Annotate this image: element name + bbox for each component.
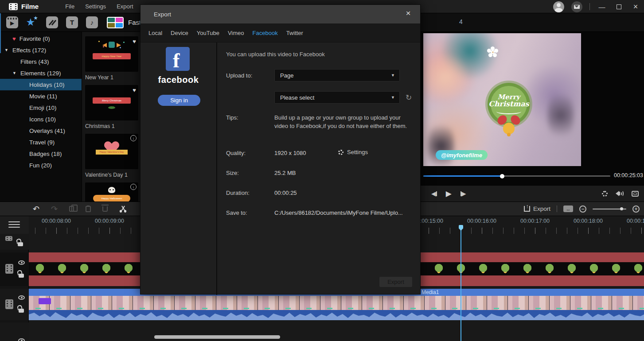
split-scissors-icon[interactable] <box>119 205 127 213</box>
unlock-icon[interactable] <box>19 274 24 278</box>
refresh-icon[interactable]: ↻ <box>406 93 412 102</box>
halloween-thumbnail[interactable]: Happy Halloween ↓ <box>85 182 138 202</box>
window-edge-highlight <box>0 13 1 53</box>
menu-settings[interactable]: Settings <box>85 3 106 10</box>
account-avatar-icon[interactable] <box>553 1 564 12</box>
paste-icon[interactable] <box>86 206 91 212</box>
export-quick-button[interactable]: Export <box>524 205 550 212</box>
christmas-thumbnail[interactable]: Merry Christmas ♥ <box>85 85 138 120</box>
slider-knob[interactable] <box>620 207 623 210</box>
ruler-timestamp: 00:00:18:00 <box>574 218 603 224</box>
tab-device[interactable]: Device <box>171 30 188 36</box>
media-library-icon[interactable]: ▶ <box>6 16 18 28</box>
tab-vimeo[interactable]: Vimeo <box>228 30 244 36</box>
sidebar-item-overlays[interactable]: Overlays (41) <box>0 125 82 136</box>
visibility-eye-icon[interactable] <box>18 295 25 300</box>
list-item-valentine[interactable]: Happy Valentine's Day ↓ Valentine's Day … <box>85 134 138 178</box>
heart-icon[interactable]: ♥ <box>133 38 136 45</box>
volume-icon[interactable] <box>616 190 624 197</box>
fullscreen-icon[interactable] <box>632 191 639 197</box>
close-icon[interactable]: × <box>403 8 413 18</box>
sidebar-item-holidays[interactable]: Holidays (10) <box>0 79 82 90</box>
track-header-effects[interactable] <box>0 252 29 286</box>
sidebar-item-badges[interactable]: Badges (18) <box>0 148 82 159</box>
seek-thumb[interactable] <box>500 174 504 178</box>
list-item-christmas[interactable]: Merry Christmas ♥ Christmas 1 <box>85 85 138 129</box>
valentine-thumbnail[interactable]: Happy Valentine's Day ↓ <box>85 134 138 169</box>
transitions-icon[interactable] <box>46 16 58 28</box>
quality-settings-button[interactable]: Settings <box>338 149 368 155</box>
chevron-down-icon[interactable]: ▼ <box>12 71 16 75</box>
next-frame-button[interactable]: ▶ <box>461 190 466 197</box>
zoom-out-icon[interactable]: − <box>579 205 586 213</box>
playback-settings-gear-icon[interactable] <box>602 191 608 197</box>
horizontal-scrollbar[interactable] <box>154 335 280 339</box>
sidebar-item-fun[interactable]: Fun (20) <box>0 159 82 171</box>
tab-local[interactable]: Local <box>148 30 162 36</box>
heart-icon[interactable]: ♥ <box>133 87 136 93</box>
menu-file[interactable]: File <box>65 3 74 10</box>
play-button[interactable]: ▶ <box>446 189 452 198</box>
merry-christmas-overlay[interactable]: Merry Christmas <box>488 83 530 125</box>
export-dialog: Export × Local Device YouTube Vimeo Face… <box>140 4 421 294</box>
sidebar-item-effects[interactable]: ▼Effects (172) <box>0 44 82 56</box>
list-item-new-year[interactable]: Happy New Year ♥ New Year 1 <box>85 36 138 81</box>
minimize-button[interactable]: — <box>597 3 607 11</box>
toolbar-divider <box>557 205 557 212</box>
sign-in-button[interactable]: Sign in <box>158 95 200 106</box>
copy-icon[interactable] <box>69 206 74 212</box>
visibility-eye-icon[interactable] <box>18 338 25 341</box>
titlebar-divider <box>589 3 590 10</box>
sidebar-item-filters[interactable]: Filters (43) <box>0 56 82 67</box>
list-item-halloween[interactable]: Happy Halloween ↓ <box>85 182 138 202</box>
download-icon[interactable]: ↓ <box>130 184 137 190</box>
chevron-down-icon[interactable]: ▼ <box>4 48 8 52</box>
ruler-timestamp: 00:00:09:00 <box>95 218 124 224</box>
page-select-dropdown[interactable]: Please select ▼ <box>274 91 400 104</box>
sidebar-item-emoji[interactable]: Emoji (10) <box>0 102 82 113</box>
unlock-icon[interactable] <box>19 309 24 313</box>
track-header-empty[interactable] <box>0 322 29 341</box>
fast-video-template-icon[interactable] <box>107 17 124 28</box>
sidebar-item-icons[interactable]: Icons (10) <box>0 113 82 125</box>
overlay-text: Christmas <box>488 101 529 108</box>
sidebar-item-movie[interactable]: Movie (11) <box>0 90 82 102</box>
export-button[interactable]: Export <box>379 277 412 287</box>
banner-text: Merry Christmas <box>93 97 131 104</box>
feedback-mail-icon[interactable] <box>571 1 582 12</box>
timeline-zoom-slider[interactable] <box>593 209 626 209</box>
tab-facebook[interactable]: Facebook <box>253 30 278 36</box>
dialog-header[interactable]: Export × <box>141 5 420 23</box>
save-to-value: C:/Users/86182/Documents/iMyFone Filme/U… <box>274 209 403 216</box>
audio-tool-icon[interactable]: ♪ <box>86 16 98 28</box>
ruler-timestamp: 00:00:16:00 <box>467 218 496 224</box>
playhead[interactable] <box>461 225 461 341</box>
previous-frame-button[interactable]: ◀ <box>431 190 437 197</box>
new-year-thumbnail[interactable]: Happy New Year ♥ <box>85 36 138 72</box>
menu-export[interactable]: Export <box>117 3 133 10</box>
track-header-mini[interactable] <box>0 234 29 250</box>
unlock-icon[interactable] <box>18 242 23 246</box>
sidebar-item-travel[interactable]: Travel (9) <box>0 136 82 148</box>
close-window-button[interactable]: × <box>631 2 640 12</box>
visibility-eye-icon[interactable] <box>18 260 25 265</box>
track-menu-icon[interactable] <box>8 221 20 228</box>
track-header-video[interactable] <box>0 289 29 320</box>
effects-wand-icon[interactable]: ★★ <box>26 16 38 28</box>
download-icon[interactable]: ↓ <box>130 135 137 141</box>
preview-zone: Merry Christmas @imyfonefilme 00:00:25:0… <box>421 32 644 202</box>
text-tool-icon[interactable]: T <box>66 16 78 28</box>
sidebar-item-favorite[interactable]: ♥Favorite (0) <box>0 33 82 44</box>
fit-timeline-icon[interactable]: ↔ <box>563 205 573 212</box>
tab-youtube[interactable]: YouTube <box>197 30 219 36</box>
redo-icon[interactable]: ↷ <box>51 204 58 213</box>
undo-icon[interactable]: ↶ <box>33 204 39 213</box>
dialog-title: Export <box>154 11 171 18</box>
sidebar-item-elements[interactable]: ▼Elements (129) <box>0 67 82 79</box>
maximize-button[interactable] <box>614 3 624 11</box>
zoom-in-icon[interactable]: + <box>632 205 640 213</box>
upload-to-dropdown[interactable]: Page ▼ <box>274 69 400 81</box>
delete-icon[interactable] <box>102 206 108 212</box>
tab-twitter[interactable]: Twitter <box>286 30 303 36</box>
seek-bar[interactable] <box>423 175 610 177</box>
